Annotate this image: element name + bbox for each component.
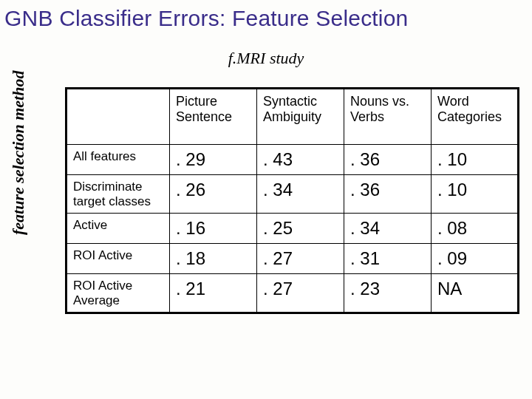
cell: . 27 (257, 274, 344, 313)
column-axis-label: f.MRI study (0, 49, 532, 68)
cell: . 29 (170, 145, 257, 175)
cell: . 25 (257, 214, 344, 244)
cell: . 16 (170, 214, 257, 244)
slide: GNB Classifier Errors: Feature Selection… (0, 0, 532, 399)
cell: . 10 (432, 175, 519, 214)
table-row: ROI Active Average . 21 . 27 . 23 NA (66, 274, 519, 313)
row-axis-label: feature selection method (9, 71, 28, 235)
col-header: Picture Sentence (170, 89, 257, 145)
cell: . 36 (344, 145, 432, 175)
cell: . 34 (257, 175, 344, 214)
row-header: ROI Active Average (66, 274, 170, 313)
cell: . 31 (344, 244, 432, 274)
cell: . 08 (432, 214, 519, 244)
cell: NA (432, 274, 519, 313)
page-title: GNB Classifier Errors: Feature Selection (0, 0, 532, 31)
cell: . 10 (432, 145, 519, 175)
row-header: ROI Active (66, 244, 170, 274)
cell: . 18 (170, 244, 257, 274)
cell: . 34 (344, 214, 432, 244)
cell: . 43 (257, 145, 344, 175)
table-corner (66, 89, 170, 145)
col-header: Nouns vs. Verbs (344, 89, 432, 145)
col-header: Syntactic Ambiguity (257, 89, 344, 145)
cell: . 26 (170, 175, 257, 214)
col-header: Word Categories (432, 89, 519, 145)
cell: . 23 (344, 274, 432, 313)
table-row: ROI Active . 18 . 27 . 31 . 09 (66, 244, 519, 274)
table-row: Discriminate target classes . 26 . 34 . … (66, 175, 519, 214)
table-header-row: Picture Sentence Syntactic Ambiguity Nou… (66, 89, 519, 145)
cell: . 36 (344, 175, 432, 214)
table-row: All features . 29 . 43 . 36 . 10 (66, 145, 519, 175)
cell: . 27 (257, 244, 344, 274)
error-table: Picture Sentence Syntactic Ambiguity Nou… (65, 87, 519, 314)
row-header: All features (66, 145, 170, 175)
row-header: Active (66, 214, 170, 244)
cell: . 21 (170, 274, 257, 313)
table-row: Active . 16 . 25 . 34 . 08 (66, 214, 519, 244)
cell: . 09 (432, 244, 519, 274)
row-header: Discriminate target classes (66, 175, 170, 214)
